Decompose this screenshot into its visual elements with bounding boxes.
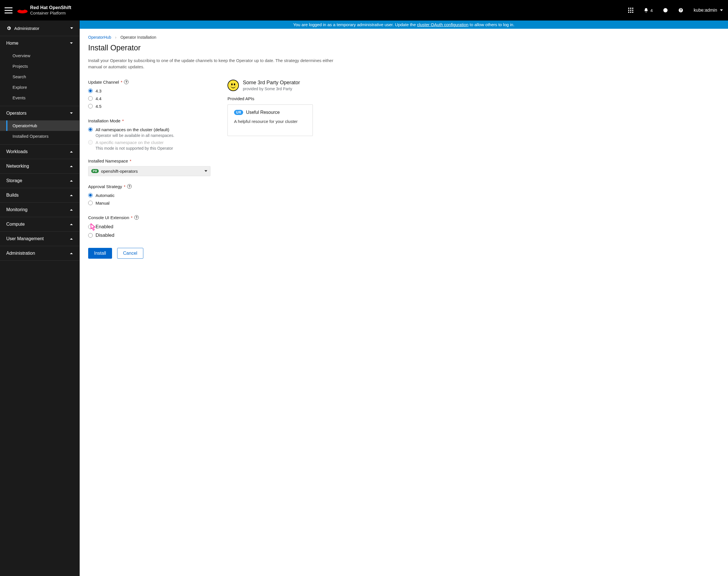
radio-mode-all[interactable]: All namespaces on the cluster (default) [88,126,210,134]
radio-channel-44-input[interactable] [88,96,93,101]
hamburger-menu-button[interactable] [5,6,12,14]
sidebar-section-toggle[interactable]: Networking [0,159,79,173]
sidebar-section: Storage [0,174,79,188]
provided-api-card: UR Useful Resource A helpful resource fo… [228,105,313,136]
banner-pre: You are logged in as a temporary adminis… [293,22,417,27]
sidebar-section-toggle[interactable]: Administration [0,246,79,260]
radio-channel-45-label: 4.5 [96,104,101,109]
sidebar-section-toggle[interactable]: Compute [0,217,79,231]
sidebar-item[interactable]: Search [0,71,79,82]
apps-grid-icon [628,8,633,13]
chevron-down-icon [205,170,207,172]
brand-text: Red Hat OpenShift Container Platform [30,5,71,16]
add-button[interactable] [663,8,668,13]
sidebar-item[interactable]: Explore [0,82,79,92]
sidebar-section-label: Administration [6,251,35,256]
required-marker: * [130,159,131,163]
user-menu-button[interactable]: kube:admin [694,8,723,13]
notifications-button[interactable]: 4 [643,8,653,13]
operator-info-panel: Some 3rd Party Operator provided by Some… [228,80,313,136]
sidebar-section-toggle[interactable]: Builds [0,188,79,202]
radio-ext-disabled[interactable]: Disabled [88,231,210,240]
radio-approval-manual-label: Manual [96,201,110,205]
svg-rect-3 [628,10,629,11]
help-icon[interactable]: ? [124,80,128,84]
svg-rect-6 [628,12,629,13]
help-icon[interactable]: ? [134,215,139,220]
chevron-right-icon [70,252,73,255]
perspective-switcher[interactable]: Administrator [0,21,79,36]
sidebar-section-label: User Management [6,236,44,241]
label-install-mode: Installation Mode [88,118,120,123]
sidebar-subnav: OperatorHubInstalled Operators [0,120,79,144]
radio-channel-43-input[interactable] [88,88,93,93]
radio-ext-disabled-label: Disabled [96,232,114,238]
label-namespace: Installed Namespace [88,159,128,163]
radio-approval-auto[interactable]: Automatic [88,192,210,200]
cancel-button[interactable]: Cancel [117,248,143,259]
namespace-select[interactable]: PR openshift-operators [88,166,210,176]
sidebar-subnav: OverviewProjectsSearchExploreEvents [0,50,79,106]
breadcrumb-here: Operator Installation [120,35,156,39]
svg-rect-7 [630,12,631,13]
sidebar-section-toggle[interactable]: Workloads [0,145,79,159]
sidebar-item[interactable]: OperatorHub [0,120,79,131]
radio-channel-43-label: 4.3 [96,88,101,93]
sidebar-section: Administration [0,246,79,261]
install-form: Update Channel * ? 4.3 4.4 [88,80,210,259]
api-name: Useful Resource [246,110,279,115]
radio-ext-enabled[interactable]: Enabled [88,223,210,231]
sidebar-section-toggle[interactable]: User Management [0,232,79,246]
radio-mode-all-label: All namespaces on the cluster (default) [96,127,169,132]
sidebar-item[interactable]: Installed Operators [0,131,79,141]
radio-approval-manual[interactable]: Manual [88,200,210,207]
sidebar-item[interactable]: Projects [0,61,79,71]
sidebar-section-label: Builds [6,193,19,198]
sidebar-item[interactable]: Events [0,92,79,103]
radio-mode-one: A specific namespace on the cluster [88,139,210,147]
radio-ext-disabled-input[interactable] [88,233,93,238]
breadcrumb-root[interactable]: OperatorHub [88,35,111,39]
chevron-right-icon [70,194,73,197]
sidebar-section-label: Networking [6,164,29,169]
radio-ext-enabled-label: Enabled [96,224,113,230]
radio-mode-all-input[interactable] [88,127,93,132]
radio-mode-all-hint: Operator will be available in all namesp… [88,133,210,138]
banner-link[interactable]: cluster OAuth configuration [417,22,468,27]
provided-apis-title: Provided APIs [228,96,313,101]
chevron-right-icon [70,208,73,211]
radio-ext-enabled-input[interactable] [88,225,93,229]
masthead: Red Hat OpenShift Container Platform 4 [0,0,728,21]
sidebar-section: Builds [0,188,79,203]
radio-channel-44[interactable]: 4.4 [88,95,210,103]
radio-mode-one-input [88,140,93,145]
group-update-channel: Update Channel * ? 4.3 4.4 [88,80,210,110]
sidebar-item[interactable]: Overview [0,50,79,61]
sidebar-section: OperatorsOperatorHubInstalled Operators [0,106,79,145]
radio-mode-one-label: A specific namespace on the cluster [96,140,163,145]
plus-circle-icon [663,8,668,13]
chevron-right-icon [70,150,73,153]
radio-channel-43[interactable]: 4.3 [88,87,210,95]
sidebar-section-toggle[interactable]: Storage [0,174,79,188]
radio-channel-45[interactable]: 4.5 [88,103,210,110]
help-button[interactable] [678,8,684,13]
install-button[interactable]: Install [88,248,112,259]
label-update-channel: Update Channel [88,80,119,85]
login-banner: You are logged in as a temporary adminis… [80,21,728,29]
sidebar-section-toggle[interactable]: Monitoring [0,203,79,217]
help-icon[interactable]: ? [127,184,132,189]
radio-approval-auto-input[interactable] [88,193,93,198]
operator-logo-icon [228,80,239,91]
svg-rect-5 [632,10,633,11]
sidebar-section-toggle[interactable]: Operators [0,106,79,120]
radio-channel-45-input[interactable] [88,104,93,109]
operator-provided-by: provided by Some 3rd Party [243,87,300,91]
sidebar-section-label: Home [6,41,19,46]
radio-approval-manual-input[interactable] [88,201,93,205]
apps-launcher-button[interactable] [628,8,633,13]
svg-rect-0 [628,8,629,9]
required-marker: * [121,80,122,85]
sidebar-section-toggle[interactable]: Home [0,36,79,50]
sidebar-section: Workloads [0,145,79,159]
